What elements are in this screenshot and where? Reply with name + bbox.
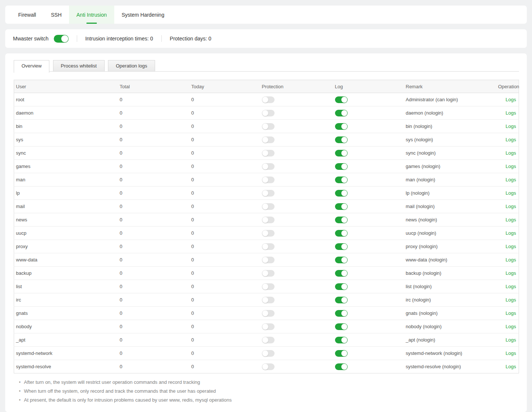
col-header-user: User	[14, 80, 118, 93]
tab-anti-intrusion[interactable]: Anti Intrusion	[69, 6, 114, 24]
toggle-knob	[262, 190, 268, 196]
logs-link[interactable]: Logs	[506, 217, 516, 223]
user-cell: backup	[14, 267, 118, 280]
logs-link[interactable]: Logs	[506, 270, 516, 276]
user-name: uucp	[16, 230, 26, 236]
protection-toggle[interactable]	[262, 257, 275, 263]
log-toggle[interactable]	[335, 297, 348, 303]
logs-link[interactable]: Logs	[506, 110, 516, 116]
tab-firewall[interactable]: Firewall	[11, 6, 43, 24]
log-toggle[interactable]	[335, 177, 348, 183]
remark-text: backup (nologin)	[406, 270, 441, 276]
log-cell	[333, 187, 404, 200]
protection-toggle[interactable]	[262, 243, 275, 250]
note-item: When turn off the system, only record an…	[19, 387, 519, 396]
protection-cell	[260, 280, 333, 293]
subtab-operation-logs[interactable]: Operation logs	[108, 60, 155, 72]
subtab-overview[interactable]: Overview	[14, 60, 49, 73]
logs-link[interactable]: Logs	[506, 150, 516, 156]
remark-cell: gnats (nologin)	[404, 307, 496, 320]
log-toggle[interactable]	[335, 337, 348, 343]
today-cell: 0	[190, 173, 260, 187]
protection-toggle[interactable]	[262, 283, 275, 290]
user-name: backup	[16, 270, 32, 276]
log-toggle[interactable]	[335, 243, 348, 250]
logs-link[interactable]: Logs	[506, 337, 516, 343]
total-count: 0	[120, 204, 122, 209]
protection-cell	[260, 160, 333, 173]
logs-link[interactable]: Logs	[506, 297, 516, 303]
logs-link[interactable]: Logs	[506, 123, 516, 129]
log-toggle[interactable]	[335, 230, 348, 237]
logs-link[interactable]: Logs	[506, 230, 516, 236]
col-header-protection: Protection	[260, 80, 333, 93]
protection-toggle[interactable]	[262, 270, 275, 277]
logs-link[interactable]: Logs	[506, 350, 516, 356]
today-cell: 0	[190, 267, 260, 280]
log-toggle[interactable]	[335, 163, 348, 170]
today-cell: 0	[190, 93, 260, 106]
logs-link[interactable]: Logs	[506, 284, 516, 289]
protection-toggle[interactable]	[262, 150, 275, 156]
protection-toggle[interactable]	[262, 136, 275, 143]
logs-link[interactable]: Logs	[506, 244, 516, 249]
log-toggle[interactable]	[335, 110, 348, 116]
protection-toggle[interactable]	[262, 163, 275, 170]
protection-toggle[interactable]	[262, 123, 275, 130]
protection-toggle[interactable]	[262, 203, 275, 210]
log-toggle[interactable]	[335, 257, 348, 263]
log-toggle[interactable]	[335, 150, 348, 156]
log-toggle[interactable]	[335, 283, 348, 290]
tab-ssh[interactable]: SSH	[43, 6, 69, 24]
protection-toggle[interactable]	[262, 310, 275, 317]
log-toggle[interactable]	[335, 123, 348, 130]
master-switch-toggle[interactable]	[54, 35, 69, 43]
logs-link[interactable]: Logs	[506, 324, 516, 329]
operation-cell: Logs	[496, 240, 519, 253]
total-cell: 0	[118, 360, 190, 373]
log-toggle[interactable]	[335, 363, 348, 370]
log-toggle[interactable]	[335, 96, 348, 103]
protection-toggle[interactable]	[262, 363, 275, 370]
logs-link[interactable]: Logs	[506, 164, 516, 169]
log-toggle[interactable]	[335, 136, 348, 143]
protection-toggle[interactable]	[262, 190, 275, 197]
protection-toggle[interactable]	[262, 297, 275, 303]
log-toggle[interactable]	[335, 323, 348, 330]
logs-link[interactable]: Logs	[506, 204, 516, 209]
log-toggle[interactable]	[335, 310, 348, 317]
operation-cell: Logs	[496, 253, 519, 267]
log-toggle[interactable]	[335, 270, 348, 277]
log-toggle[interactable]	[335, 350, 348, 357]
user-name: _apt	[16, 337, 25, 343]
table-row: _apt 0 0 _apt (nologin) Logs	[14, 333, 519, 347]
logs-link[interactable]: Logs	[506, 137, 516, 142]
protection-toggle[interactable]	[262, 230, 275, 237]
protection-toggle[interactable]	[262, 323, 275, 330]
protection-toggle[interactable]	[262, 177, 275, 183]
logs-link[interactable]: Logs	[506, 177, 516, 182]
operation-cell: Logs	[496, 320, 519, 333]
logs-link[interactable]: Logs	[506, 97, 516, 102]
user-cell: systemd-resolve	[14, 360, 118, 373]
log-toggle[interactable]	[335, 217, 348, 223]
protection-cell	[260, 293, 333, 307]
protection-toggle[interactable]	[262, 337, 275, 343]
total-cell: 0	[118, 347, 190, 360]
logs-link[interactable]: Logs	[506, 364, 516, 369]
toggle-knob	[341, 324, 347, 330]
log-toggle[interactable]	[335, 190, 348, 197]
subtab-process-whitelist[interactable]: Process whitelist	[53, 60, 105, 72]
protection-toggle[interactable]	[262, 350, 275, 357]
logs-link[interactable]: Logs	[506, 310, 516, 316]
remark-text: sync (nologin)	[406, 150, 436, 156]
tab-system-hardening[interactable]: System Hardening	[114, 6, 172, 24]
user-name: man	[16, 177, 25, 182]
logs-link[interactable]: Logs	[506, 190, 516, 196]
protection-toggle[interactable]	[262, 110, 275, 116]
protection-toggle[interactable]	[262, 217, 275, 223]
today-count: 0	[191, 244, 194, 249]
log-toggle[interactable]	[335, 203, 348, 210]
protection-toggle[interactable]	[262, 96, 275, 103]
logs-link[interactable]: Logs	[506, 257, 516, 263]
